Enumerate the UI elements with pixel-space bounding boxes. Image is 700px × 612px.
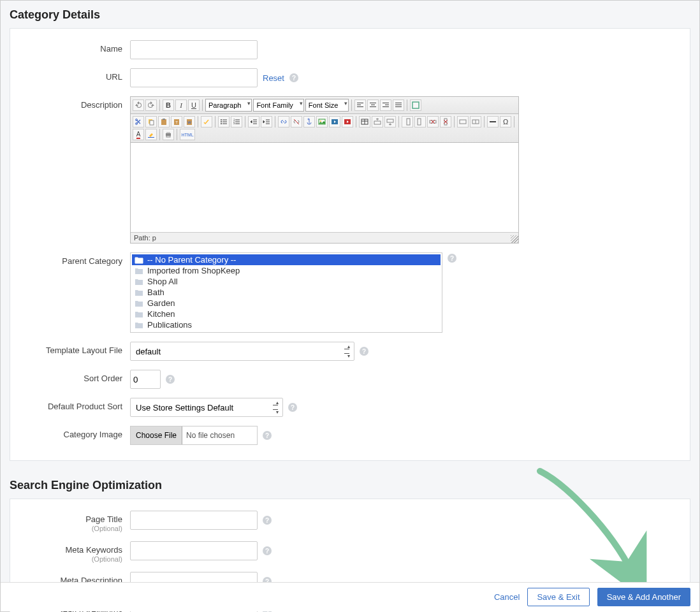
col-after-icon[interactable] xyxy=(414,116,426,127)
col-before-icon[interactable] xyxy=(402,116,413,127)
svg-rect-24 xyxy=(407,119,410,125)
parent-category-list[interactable]: -- No Parent Category -- Imported from S… xyxy=(130,252,442,333)
merge-icon[interactable] xyxy=(457,116,469,127)
paste-text-icon[interactable]: T xyxy=(171,116,182,127)
meta-keywords-input[interactable] xyxy=(130,541,258,560)
table-icon[interactable] xyxy=(359,116,370,127)
category-item-no-parent[interactable]: -- No Parent Category -- xyxy=(132,254,441,265)
hr-icon[interactable] xyxy=(487,116,499,127)
font-size-select[interactable]: Font Size xyxy=(305,99,349,112)
help-icon: ? xyxy=(263,546,272,555)
text-color-icon[interactable]: A xyxy=(133,129,144,140)
bold-icon[interactable]: B xyxy=(163,99,174,111)
underline-icon[interactable]: U xyxy=(188,99,200,111)
svg-text:3: 3 xyxy=(233,122,235,125)
svg-text:W: W xyxy=(187,120,191,124)
default-product-sort-select[interactable]: Use Store Settings Default xyxy=(130,398,283,417)
link-icon[interactable] xyxy=(278,116,289,127)
paste-word-icon[interactable]: W xyxy=(184,116,195,127)
align-justify-icon[interactable] xyxy=(393,99,404,111)
ol-icon[interactable]: 123 xyxy=(231,116,242,127)
spellcheck-icon[interactable] xyxy=(201,116,212,127)
split-icon[interactable] xyxy=(470,116,481,127)
label-description: Description xyxy=(22,96,130,110)
fullscreen-icon[interactable] xyxy=(410,99,421,111)
image-icon[interactable] xyxy=(316,116,328,127)
paragraph-select[interactable]: Paragraph xyxy=(205,99,252,112)
align-center-icon[interactable] xyxy=(367,99,379,111)
help-icon: ? xyxy=(263,516,272,525)
svg-point-13 xyxy=(221,123,222,124)
print-icon[interactable] xyxy=(163,129,174,140)
description-textarea[interactable] xyxy=(131,143,518,232)
svg-text:T: T xyxy=(175,120,178,124)
folder-icon xyxy=(135,332,143,333)
help-icon: ? xyxy=(263,431,272,440)
section-category-details: Category Details Name URL Reset ? Descri… xyxy=(1,1,699,461)
label-template-layout: Template Layout File xyxy=(22,342,130,355)
align-left-icon[interactable] xyxy=(354,99,366,111)
category-item[interactable]: Imported from ShopKeep xyxy=(132,265,441,276)
copy-icon[interactable] xyxy=(145,116,157,127)
align-right-icon[interactable] xyxy=(380,99,391,111)
paste-icon[interactable] xyxy=(158,116,170,127)
svg-rect-23 xyxy=(387,119,393,122)
folder-icon xyxy=(135,278,143,286)
label-default-product-sort: Default Product Sort xyxy=(22,398,130,411)
page-title-input[interactable] xyxy=(130,511,258,530)
svg-rect-22 xyxy=(374,121,381,124)
cut-icon[interactable] xyxy=(133,116,144,127)
file-input-wrap[interactable]: Choose File No file chosen xyxy=(130,426,258,445)
anchor-icon[interactable] xyxy=(303,116,315,127)
folder-icon xyxy=(135,289,143,296)
svg-rect-0 xyxy=(412,102,419,108)
choose-file-button[interactable]: Choose File xyxy=(131,426,182,444)
italic-icon[interactable]: I xyxy=(175,99,187,111)
svg-point-12 xyxy=(221,121,222,122)
ul-icon[interactable] xyxy=(218,116,230,127)
unlink-icon[interactable] xyxy=(291,116,302,127)
label-url: URL xyxy=(22,68,130,82)
category-item[interactable]: Bath xyxy=(132,287,441,298)
video-icon[interactable] xyxy=(342,116,353,127)
template-layout-select[interactable]: default xyxy=(130,342,354,361)
rich-text-editor: B I U Paragraph Font Family Font Size xyxy=(130,96,519,244)
svg-point-18 xyxy=(320,120,321,122)
save-exit-button[interactable]: Save & Exit xyxy=(527,588,589,606)
file-status-text: No file chosen xyxy=(182,431,235,440)
url-input[interactable] xyxy=(130,68,258,87)
save-add-another-button[interactable]: Save & Add Another xyxy=(597,588,690,606)
category-item[interactable]: Kitchen xyxy=(132,309,441,319)
del-col-icon[interactable] xyxy=(440,116,451,127)
folder-icon xyxy=(135,321,143,329)
indent-icon[interactable] xyxy=(261,116,272,127)
bg-color-icon[interactable] xyxy=(145,129,157,140)
row-before-icon[interactable] xyxy=(372,116,383,127)
category-item[interactable]: Utility xyxy=(132,330,441,333)
svg-rect-32 xyxy=(166,132,170,133)
svg-rect-4 xyxy=(150,120,154,125)
html-icon[interactable]: HTML xyxy=(180,129,195,140)
row-after-icon[interactable] xyxy=(384,116,396,127)
name-input[interactable] xyxy=(130,40,258,59)
cancel-button[interactable]: Cancel xyxy=(494,592,520,602)
media-icon[interactable] xyxy=(329,116,340,127)
resize-handle-icon[interactable] xyxy=(511,235,518,243)
sort-order-input[interactable] xyxy=(130,370,161,389)
undo-icon[interactable] xyxy=(133,99,144,111)
footer-actions: Cancel Save & Exit Save & Add Another xyxy=(1,582,699,611)
svg-rect-31 xyxy=(166,133,171,136)
category-item[interactable]: Publications xyxy=(132,319,441,330)
svg-rect-25 xyxy=(418,119,421,125)
redo-icon[interactable] xyxy=(145,99,157,111)
font-family-select[interactable]: Font Family xyxy=(253,99,303,112)
reset-link[interactable]: Reset xyxy=(263,73,284,83)
panel-category-details: Name URL Reset ? Description xyxy=(10,28,690,461)
label-meta-keywords: Meta Keywords(Optional) xyxy=(22,541,130,563)
outdent-icon[interactable] xyxy=(248,116,259,127)
help-icon: ? xyxy=(288,403,297,412)
category-item[interactable]: Garden xyxy=(132,298,441,309)
del-row-icon[interactable] xyxy=(427,116,439,127)
category-item[interactable]: Shop All xyxy=(132,276,441,287)
special-char-icon[interactable]: Ω xyxy=(500,116,511,127)
